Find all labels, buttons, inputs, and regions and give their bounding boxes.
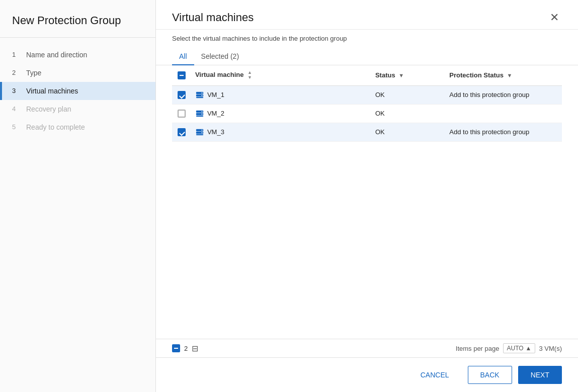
tab-all[interactable]: All: [172, 48, 194, 65]
header-protection-label: Protection Status: [449, 71, 504, 79]
row1-vm-name: VM_1: [207, 91, 224, 99]
table-row: VM_1 OK Add to this protection group: [172, 85, 562, 104]
row1-vm-cell: VM_1: [191, 85, 371, 104]
vm-table: Virtual machine ▲ ▼ Status ▼: [172, 65, 562, 142]
row3-checkbox[interactable]: [178, 128, 186, 136]
svg-point-14: [201, 132, 202, 133]
sidebar-steps: 1 Name and direction 2 Type 3 Virtual ma…: [0, 38, 155, 144]
modal: New Protection Group 1 Name and directio…: [0, 0, 578, 392]
table-area: Virtual machine ▲ ▼ Status ▼: [156, 65, 578, 339]
step-2-number: 2: [12, 69, 20, 76]
row2-vm-icon: [195, 109, 204, 118]
footer-selected-count: 2: [184, 345, 188, 352]
step-1-number: 1: [12, 51, 20, 58]
items-per-page-value: AUTO: [507, 345, 523, 352]
cancel-button[interactable]: CANCEL: [408, 366, 462, 384]
row1-checkbox[interactable]: [178, 91, 186, 99]
header-checkbox-cell: [172, 65, 191, 85]
header-status: Status ▼: [371, 65, 445, 85]
row1-status: OK: [371, 85, 445, 104]
items-per-page-selector[interactable]: AUTO ▲: [503, 343, 535, 353]
step-3-number: 3: [12, 87, 20, 94]
next-button[interactable]: NEXT: [518, 366, 562, 384]
header-vm-label: Virtual machine: [195, 71, 244, 78]
items-per-page-label: Items per page: [456, 345, 500, 352]
row2-vm-cell: VM_2: [191, 104, 371, 123]
close-button[interactable]: ✕: [547, 11, 562, 24]
row3-vm-icon: [195, 128, 204, 137]
sidebar: New Protection Group 1 Name and directio…: [0, 0, 156, 392]
action-bar: CANCEL BACK NEXT: [156, 357, 578, 392]
footer-select-checkbox[interactable]: [172, 344, 180, 352]
row3-protection: Add to this protection group: [445, 123, 562, 141]
sort-desc-icon: ▼: [247, 75, 252, 80]
row3-checkbox-cell: [172, 123, 191, 141]
items-per-page-chevron: ▲: [526, 345, 532, 352]
total-vms: 3 VM(s): [539, 345, 562, 352]
svg-rect-2: [196, 97, 203, 98]
svg-point-3: [201, 92, 202, 93]
row2-vm-name: VM_2: [207, 110, 224, 117]
table-row: VM_3 OK Add to this protection group: [172, 123, 562, 141]
step-5-number: 5: [12, 123, 20, 131]
modal-body: New Protection Group 1 Name and directio…: [0, 0, 578, 392]
row3-status: OK: [371, 123, 445, 141]
table-header-row: Virtual machine ▲ ▼ Status ▼: [172, 65, 562, 85]
row1-protection: Add to this protection group: [445, 85, 562, 104]
step-4-label: Recovery plan: [26, 105, 71, 113]
row2-protection: [445, 104, 562, 123]
step-4-number: 4: [12, 105, 20, 113]
sidebar-step-5[interactable]: 5 Ready to complete: [0, 118, 155, 136]
footer-right: Items per page AUTO ▲ 3 VM(s): [456, 343, 562, 353]
tabs-bar: All Selected (2): [156, 48, 578, 65]
sort-icons[interactable]: ▲ ▼: [247, 70, 252, 80]
row1-checkbox-cell: [172, 85, 191, 104]
svg-point-13: [201, 130, 202, 131]
row3-vm-cell: VM_3: [191, 123, 371, 141]
sidebar-title: New Protection Group: [0, 0, 155, 38]
protection-filter-icon[interactable]: ▼: [507, 72, 513, 78]
sidebar-step-3[interactable]: 3 Virtual machines: [0, 82, 155, 100]
svg-point-8: [201, 111, 202, 112]
footer-left: 2 ⊟: [172, 344, 451, 353]
svg-point-9: [201, 114, 202, 115]
header-protection: Protection Status ▼: [445, 65, 562, 85]
row1-vm-icon: [195, 90, 204, 100]
main-content: Virtual machines ✕ Select the virtual ma…: [156, 0, 578, 392]
tab-selected[interactable]: Selected (2): [194, 48, 246, 65]
select-all-checkbox[interactable]: [178, 71, 186, 79]
step-3-label: Virtual machines: [26, 87, 78, 95]
status-filter-icon[interactable]: ▼: [398, 72, 404, 78]
table-body: VM_1 OK Add to this protection group: [172, 85, 562, 141]
row2-checkbox-cell: [172, 104, 191, 123]
footer-deselect-icon[interactable]: ⊟: [192, 344, 198, 353]
row2-status: OK: [371, 104, 445, 123]
table-footer: 2 ⊟ Items per page AUTO ▲ 3 VM(s): [156, 339, 578, 357]
row2-checkbox[interactable]: [178, 110, 186, 118]
step-5-label: Ready to complete: [26, 123, 85, 131]
back-button[interactable]: BACK: [468, 366, 512, 384]
main-header: Virtual machines ✕: [156, 0, 578, 30]
sidebar-step-2[interactable]: 2 Type: [0, 64, 155, 82]
sidebar-step-4[interactable]: 4 Recovery plan: [0, 100, 155, 118]
subtitle: Select the virtual machines to include i…: [156, 30, 578, 48]
step-1-label: Name and direction: [26, 51, 87, 59]
svg-rect-7: [196, 116, 203, 117]
svg-rect-12: [196, 134, 203, 135]
main-title: Virtual machines: [172, 11, 254, 24]
svg-point-4: [201, 95, 202, 96]
row3-vm-name: VM_3: [207, 128, 224, 136]
sidebar-step-1[interactable]: 1 Name and direction: [0, 46, 155, 64]
step-2-label: Type: [26, 69, 41, 77]
header-status-label: Status: [375, 71, 395, 79]
table-row: VM_2 OK: [172, 104, 562, 123]
header-vm: Virtual machine ▲ ▼: [191, 65, 371, 85]
